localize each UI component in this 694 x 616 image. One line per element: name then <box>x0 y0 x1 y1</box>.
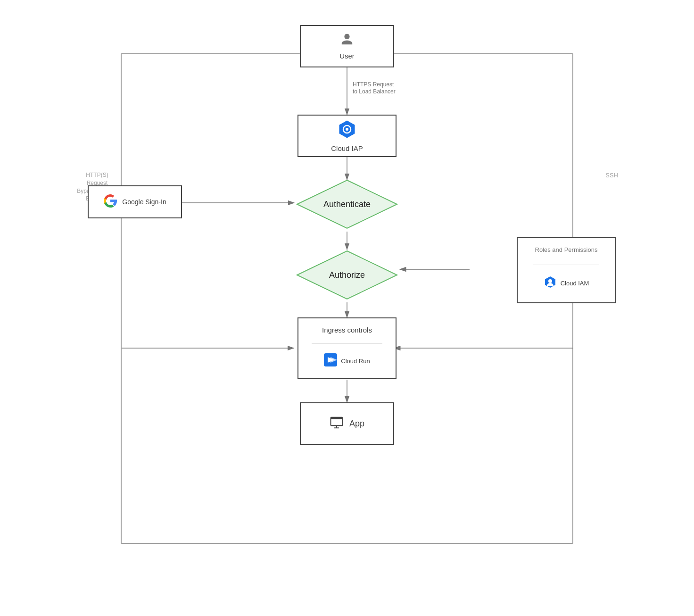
user-node: User <box>300 25 394 67</box>
cloud-iap-icon <box>338 120 356 141</box>
app-icon <box>330 416 344 432</box>
authenticate-label: Authenticate <box>323 200 371 209</box>
cloud-run-row: Cloud Run <box>324 353 370 368</box>
user-label: User <box>339 52 355 60</box>
ssh-label: SSH <box>605 171 618 180</box>
google-icon <box>103 194 117 210</box>
cloud-run-icon <box>324 353 337 368</box>
cloud-run-label: Cloud Run <box>341 358 370 365</box>
authorize-label: Authorize <box>329 270 365 280</box>
app-label: App <box>349 419 364 429</box>
roles-permissions-node: Roles and Permissions Cloud IAM <box>517 237 616 303</box>
authorize-diamond: Authorize <box>295 249 399 301</box>
cloud-iam-row: Cloud IAM <box>544 275 589 291</box>
authenticate-diamond: Authenticate <box>295 178 399 230</box>
cloud-iam-icon <box>544 275 557 291</box>
cloud-iap-node: Cloud IAP <box>297 115 397 157</box>
app-node: App <box>300 402 394 445</box>
diagram-container: HTTPS Request to Load Balancer HTTP(S) R… <box>64 25 630 591</box>
cloud-iam-label: Cloud IAM <box>561 280 589 287</box>
ingress-title: Ingress controls <box>322 326 372 334</box>
svg-rect-23 <box>330 417 342 419</box>
ingress-controls-node: Ingress controls Cloud Run <box>297 317 397 379</box>
google-signin-label: Google Sign-In <box>122 198 166 206</box>
google-signin-node: Google Sign-In <box>88 185 182 218</box>
person-icon <box>340 33 354 49</box>
cloud-iap-label: Cloud IAP <box>331 144 363 152</box>
svg-point-14 <box>346 128 348 131</box>
roles-title: Roles and Permissions <box>535 246 598 254</box>
svg-point-18 <box>548 279 552 283</box>
